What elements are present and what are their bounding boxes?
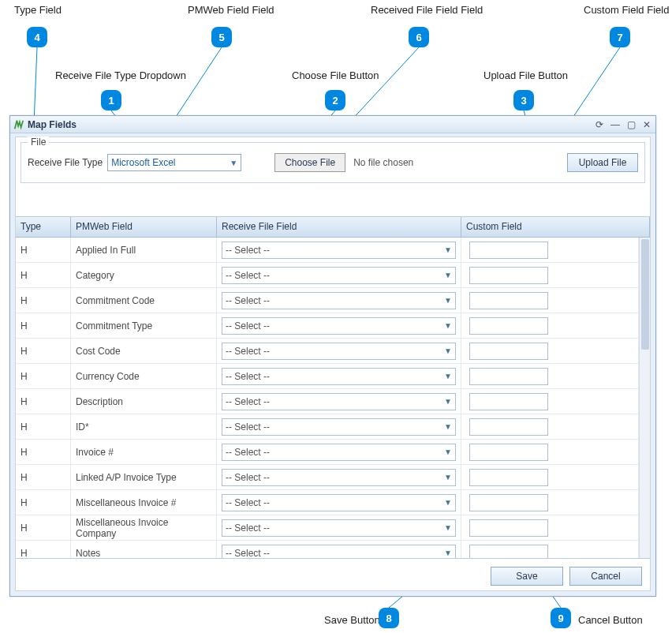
refresh-icon[interactable]: ⟳ xyxy=(594,119,605,130)
upload-file-button[interactable]: Upload File xyxy=(567,153,638,172)
receive-file-field-dropdown[interactable]: -- Select --▼ xyxy=(222,393,456,410)
cell-custom-field xyxy=(461,414,639,439)
footer-buttons: Save Cancel xyxy=(491,567,642,586)
titlebar: Map Fields ⟳ — ▢ ✕ xyxy=(10,116,655,133)
window-content: File Receive File Type Microsoft Excel ▼… xyxy=(15,137,651,591)
table-row: HCategory-- Select --▼ xyxy=(16,263,639,288)
header-receive-file-field[interactable]: Receive File Field xyxy=(217,217,461,237)
receive-file-field-dropdown[interactable]: -- Select --▼ xyxy=(222,469,456,486)
select-value: -- Select -- xyxy=(226,421,270,433)
receive-file-field-dropdown[interactable]: -- Select --▼ xyxy=(222,317,456,335)
choose-file-button[interactable]: Choose File xyxy=(274,153,345,172)
cell-custom-field xyxy=(461,288,639,313)
annotation-badge-8: 8 xyxy=(379,608,399,628)
receive-file-field-dropdown[interactable]: -- Select --▼ xyxy=(222,242,456,259)
cell-pmweb-field: Category xyxy=(71,263,217,287)
chevron-down-icon: ▼ xyxy=(444,372,452,380)
custom-field-input[interactable] xyxy=(469,343,548,360)
cancel-button[interactable]: Cancel xyxy=(569,567,642,586)
cell-type: H xyxy=(16,440,71,464)
cell-custom-field xyxy=(461,339,639,363)
custom-field-input[interactable] xyxy=(469,545,548,559)
cell-receive-file-field: -- Select --▼ xyxy=(217,339,461,363)
header-pmweb-field[interactable]: PMWeb Field xyxy=(71,217,217,237)
header-custom-field[interactable]: Custom Field xyxy=(461,217,650,237)
cell-type: H xyxy=(16,414,71,439)
chevron-down-icon: ▼ xyxy=(444,498,452,507)
select-value: -- Select -- xyxy=(226,523,270,534)
cell-custom-field xyxy=(461,465,639,489)
receive-file-field-dropdown[interactable]: -- Select --▼ xyxy=(222,267,456,284)
receive-file-field-dropdown[interactable]: -- Select --▼ xyxy=(222,494,456,511)
cell-type: H xyxy=(16,238,71,262)
cell-custom-field xyxy=(461,389,639,414)
table-row: HCommitment Code-- Select --▼ xyxy=(16,288,639,313)
cell-receive-file-field: -- Select --▼ xyxy=(217,440,461,464)
cell-custom-field xyxy=(461,515,639,540)
custom-field-input[interactable] xyxy=(469,267,548,284)
maximize-icon[interactable]: ▢ xyxy=(625,119,637,130)
receive-file-field-dropdown[interactable]: -- Select --▼ xyxy=(222,292,456,309)
receive-file-type-dropdown[interactable]: Microsoft Excel ▼ xyxy=(107,154,241,171)
cell-receive-file-field: -- Select --▼ xyxy=(217,364,461,388)
cell-type: H xyxy=(16,263,71,287)
chevron-down-icon: ▼ xyxy=(444,523,452,532)
custom-field-input[interactable] xyxy=(469,292,548,309)
annotation-label-2: Choose File Button xyxy=(292,69,379,81)
select-value: -- Select -- xyxy=(226,371,270,382)
custom-field-input[interactable] xyxy=(469,494,548,511)
cell-type: H xyxy=(16,313,71,338)
custom-field-input[interactable] xyxy=(469,242,548,259)
chevron-down-icon: ▼ xyxy=(444,422,452,431)
window-title: Map Fields xyxy=(28,119,594,130)
custom-field-input[interactable] xyxy=(469,418,548,436)
fields-grid: Type PMWeb Field Receive File Field Cust… xyxy=(16,216,650,559)
custom-field-input[interactable] xyxy=(469,519,548,537)
receive-file-field-dropdown[interactable]: -- Select --▼ xyxy=(222,418,456,436)
receive-file-field-dropdown[interactable]: -- Select --▼ xyxy=(222,545,456,559)
receive-file-type-value: Microsoft Excel xyxy=(111,157,175,168)
custom-field-input[interactable] xyxy=(469,317,548,335)
file-fieldset: File Receive File Type Microsoft Excel ▼… xyxy=(21,142,645,183)
table-row: HLinked A/P Invoice Type-- Select --▼ xyxy=(16,465,639,490)
map-fields-window: Map Fields ⟳ — ▢ ✕ File Receive File Typ… xyxy=(9,115,656,597)
table-row: HCommitment Type-- Select --▼ xyxy=(16,313,639,339)
cell-receive-file-field: -- Select --▼ xyxy=(217,541,461,558)
custom-field-input[interactable] xyxy=(469,393,548,410)
grid-body[interactable]: HApplied In Full-- Select --▼HCategory--… xyxy=(16,238,639,558)
custom-field-input[interactable] xyxy=(469,368,548,385)
chevron-down-icon: ▼ xyxy=(444,245,452,254)
custom-field-input[interactable] xyxy=(469,469,548,486)
cell-pmweb-field: Miscellaneous Invoice Company xyxy=(71,515,217,540)
cell-type: H xyxy=(16,288,71,313)
receive-file-field-dropdown[interactable]: -- Select --▼ xyxy=(222,519,456,537)
cell-pmweb-field: Miscellaneous Invoice # xyxy=(71,490,217,515)
grid-scrollbar[interactable] xyxy=(639,238,650,558)
annotation-badge-5: 5 xyxy=(211,27,232,47)
receive-file-field-dropdown[interactable]: -- Select --▼ xyxy=(222,343,456,360)
annotation-label-5: PMWeb Field Field xyxy=(188,4,274,16)
select-value: -- Select -- xyxy=(226,396,270,407)
receive-file-field-dropdown[interactable]: -- Select --▼ xyxy=(222,368,456,385)
save-button[interactable]: Save xyxy=(491,567,563,586)
file-legend: File xyxy=(28,137,49,148)
select-value: -- Select -- xyxy=(226,320,270,331)
chevron-down-icon: ▼ xyxy=(444,346,452,355)
minimize-icon[interactable]: — xyxy=(610,119,621,130)
table-row: HCurrency Code-- Select --▼ xyxy=(16,364,639,389)
grid-scrollbar-thumb[interactable] xyxy=(641,239,649,350)
chevron-down-icon: ▼ xyxy=(444,321,452,330)
annotation-label-1: Receive File Type Dropdown xyxy=(55,69,186,81)
receive-file-field-dropdown[interactable]: -- Select --▼ xyxy=(222,444,456,461)
save-button-label: Save xyxy=(516,571,537,582)
close-icon[interactable]: ✕ xyxy=(641,119,652,130)
header-type[interactable]: Type xyxy=(16,217,71,237)
select-value: -- Select -- xyxy=(226,497,270,508)
cell-pmweb-field: Applied In Full xyxy=(71,238,217,262)
cell-custom-field xyxy=(461,364,639,388)
select-value: -- Select -- xyxy=(226,245,270,256)
select-value: -- Select -- xyxy=(226,548,270,559)
custom-field-input[interactable] xyxy=(469,444,548,461)
annotation-badge-2: 2 xyxy=(325,90,345,110)
annotation-badge-6: 6 xyxy=(409,27,429,47)
